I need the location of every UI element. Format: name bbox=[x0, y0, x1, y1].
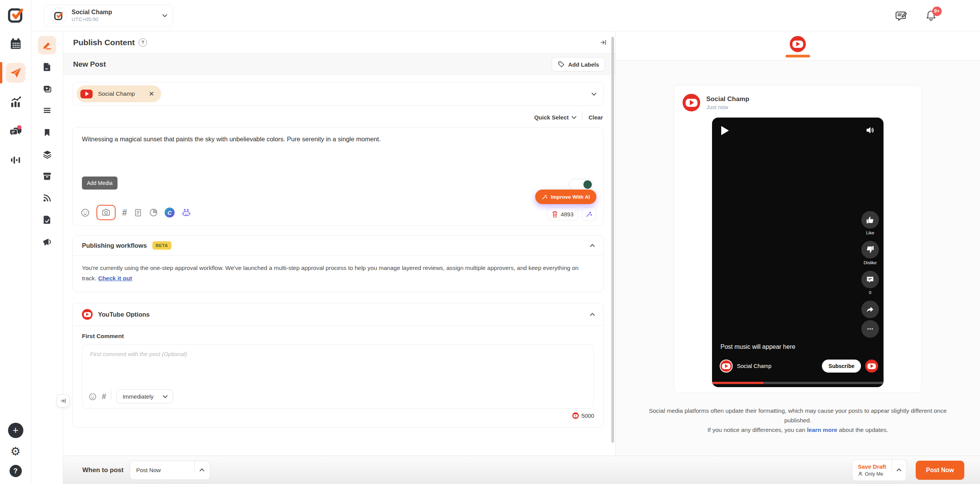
youtube-icon bbox=[865, 360, 878, 373]
preview-disclaimer: Social media platforms often update thei… bbox=[641, 406, 955, 435]
learn-more-link[interactable]: learn more bbox=[807, 427, 837, 433]
topbar: Social Champ UTC+05:00 9+ bbox=[31, 0, 980, 31]
publish-footer: When to post Post Now Save Draft Only Me… bbox=[63, 456, 980, 484]
subnav-approvals[interactable] bbox=[38, 211, 56, 229]
sidebar-item-inbox[interactable] bbox=[6, 121, 26, 141]
play-icon[interactable] bbox=[721, 126, 729, 135]
quick-select-button[interactable]: Quick Select bbox=[534, 114, 576, 121]
more-options-button[interactable] bbox=[861, 320, 879, 338]
subnav-bulk[interactable] bbox=[38, 145, 56, 164]
post-time-select[interactable]: Post Now bbox=[130, 461, 210, 480]
chevron-up-icon bbox=[199, 468, 204, 473]
add-button[interactable]: + bbox=[8, 423, 23, 438]
sidebar-collapse-button[interactable] bbox=[57, 394, 70, 407]
subnav-media[interactable] bbox=[38, 80, 56, 98]
subnav-bookmarks[interactable] bbox=[38, 123, 56, 142]
hashtag-icon[interactable]: # bbox=[122, 208, 127, 218]
dislike-label: Dislike bbox=[864, 260, 877, 265]
emoji-icon[interactable] bbox=[80, 208, 90, 217]
feedback-icon[interactable] bbox=[895, 9, 908, 22]
post-text[interactable]: Witnessing a magical sunset that paints … bbox=[73, 128, 603, 151]
chevron-down-icon bbox=[572, 114, 577, 119]
bar-chart-icon bbox=[9, 95, 22, 108]
post-now-button[interactable]: Post Now bbox=[916, 461, 964, 480]
account-chip: Social Champ ✕ bbox=[77, 85, 161, 102]
save-draft-button[interactable]: Save Draft Only Me bbox=[852, 459, 906, 481]
sidebar-item-analytics[interactable] bbox=[6, 92, 26, 112]
active-indicator bbox=[0, 62, 2, 83]
chevron-up-icon[interactable] bbox=[590, 244, 595, 249]
improve-with-ai-button[interactable]: Improve With AI bbox=[535, 190, 596, 204]
add-media-button[interactable] bbox=[96, 205, 116, 220]
clear-button[interactable]: Clear bbox=[588, 114, 603, 121]
divider bbox=[194, 461, 195, 472]
sidebar-item-calendar[interactable] bbox=[6, 34, 26, 54]
subscribe-button[interactable]: Subscribe bbox=[822, 360, 861, 373]
waveform-icon bbox=[10, 154, 21, 166]
comment-schedule-value: Immediately bbox=[122, 393, 154, 400]
video-progress-bar[interactable] bbox=[712, 382, 884, 384]
subnav-queue[interactable] bbox=[38, 101, 56, 120]
add-media-tooltip: Add Media bbox=[82, 177, 118, 190]
subnav-compose[interactable] bbox=[38, 36, 56, 54]
notes-icon[interactable] bbox=[134, 208, 142, 217]
add-labels-button[interactable]: Add Labels bbox=[552, 57, 605, 72]
trash-icon[interactable] bbox=[552, 211, 558, 217]
page-help-icon[interactable]: ? bbox=[139, 38, 147, 47]
subnav-campaigns[interactable] bbox=[38, 232, 56, 251]
chevron-up-icon[interactable] bbox=[897, 468, 902, 473]
layers-icon bbox=[42, 149, 52, 160]
workflows-title: Publishing workflows bbox=[82, 242, 147, 249]
share-button[interactable] bbox=[861, 301, 879, 318]
subnav-archive[interactable] bbox=[38, 167, 56, 185]
comment-schedule-select[interactable]: Immediately bbox=[116, 389, 173, 404]
settings-gear-icon[interactable]: ⚙ bbox=[10, 446, 21, 457]
youtube-options-title: YouTube Options bbox=[98, 311, 150, 318]
youtube-options-section: YouTube Options First Comment # Immediat… bbox=[72, 303, 604, 428]
comment-count: 0 bbox=[869, 290, 871, 295]
hashtag-generator-button[interactable] bbox=[582, 207, 596, 221]
account-selector[interactable]: Social Champ ✕ bbox=[72, 82, 604, 106]
dislike-button[interactable]: Dislike bbox=[861, 241, 879, 265]
panel-collapse-icon[interactable] bbox=[600, 39, 607, 46]
workflows-header[interactable]: Publishing workflows BETA bbox=[73, 235, 603, 255]
ai-robot-icon[interactable] bbox=[181, 208, 191, 218]
post-composer[interactable]: Witnessing a magical sunset that paints … bbox=[72, 127, 604, 226]
beta-badge: BETA bbox=[152, 241, 172, 250]
hashtag-icon[interactable]: # bbox=[102, 392, 106, 401]
chevron-up-icon[interactable] bbox=[590, 313, 595, 318]
subnav-drafts[interactable] bbox=[38, 58, 56, 76]
rss-icon bbox=[42, 193, 52, 203]
main-panel: Publish Content ? New Post Add Labels So… bbox=[63, 31, 616, 484]
improve-with-ai-label: Improve With AI bbox=[551, 194, 590, 200]
tag-icon bbox=[558, 61, 565, 68]
youtube-icon bbox=[790, 36, 806, 52]
poll-pie-icon[interactable] bbox=[149, 208, 158, 217]
workspace-selector[interactable]: Social Champ UTC+05:00 bbox=[44, 5, 173, 27]
bookmark-icon bbox=[42, 128, 52, 137]
subnav-rss[interactable] bbox=[38, 189, 56, 207]
help-button[interactable]: ? bbox=[10, 465, 22, 477]
sidebar-item-listening[interactable] bbox=[6, 150, 26, 170]
notifications-bell-icon[interactable]: 9+ bbox=[925, 10, 937, 22]
comments-button[interactable]: 0 bbox=[861, 271, 879, 295]
like-button[interactable]: Like bbox=[861, 211, 879, 235]
remove-account-icon[interactable]: ✕ bbox=[149, 91, 154, 97]
tab-youtube-preview[interactable] bbox=[790, 36, 806, 52]
scrollbar[interactable] bbox=[611, 37, 614, 443]
youtube-icon bbox=[572, 412, 579, 419]
first-comment-input[interactable] bbox=[82, 345, 594, 383]
emoji-icon[interactable] bbox=[88, 392, 97, 401]
first-comment-toolbar: # Immediately bbox=[88, 389, 173, 404]
sidebar-item-publish[interactable] bbox=[6, 63, 26, 83]
composer-counters: 4893 bbox=[547, 207, 596, 221]
ai-toggle[interactable] bbox=[569, 179, 593, 190]
volume-icon[interactable] bbox=[865, 125, 875, 135]
video-channel-name: Social Champ bbox=[737, 363, 771, 369]
video-library-icon bbox=[42, 84, 52, 94]
char-count-value: 4893 bbox=[561, 211, 573, 217]
youtube-options-header[interactable]: YouTube Options bbox=[73, 303, 603, 325]
check-it-out-link[interactable]: Check it out bbox=[98, 275, 132, 281]
video-action-rail: Like Dislike 0 bbox=[861, 211, 879, 338]
canva-icon[interactable]: C bbox=[165, 208, 175, 217]
